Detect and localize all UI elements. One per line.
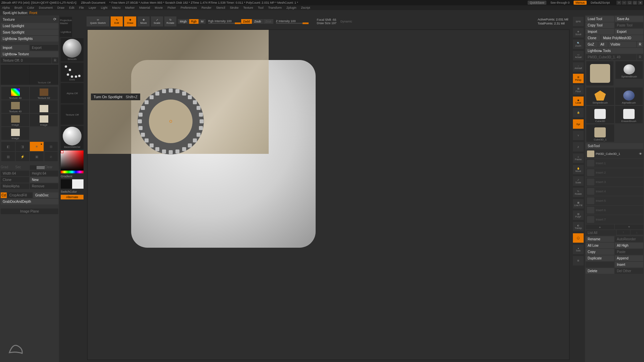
window-close-icon[interactable]: ✕: [638, 1, 643, 5]
xpose-button[interactable]: ⊞: [573, 256, 584, 265]
y-button[interactable]: Y: [573, 131, 584, 140]
viewport[interactable]: Turn On SpotlightShift+Z: [87, 29, 570, 360]
movedown-button[interactable]: ↓: [631, 230, 644, 235]
tool-item[interactable]: Cube3D: [586, 106, 614, 123]
texture-thumb[interactable]: Texture 40: [1, 100, 29, 113]
menu-preferences[interactable]: Preferences: [180, 6, 197, 9]
mrgb-button[interactable]: Mrgb: [178, 19, 189, 24]
alternate-button[interactable]: Alternate: [61, 195, 84, 199]
menu-edit[interactable]: Edit: [69, 6, 74, 9]
saveas-button[interactable]: Save As: [615, 16, 643, 22]
subtool-slot[interactable]: Insert 1: [586, 159, 643, 168]
autoreorder-button[interactable]: AutoReorder: [615, 236, 643, 242]
listall-button[interactable]: List All: [586, 230, 616, 236]
new-button[interactable]: New: [30, 177, 58, 183]
texture-preview[interactable]: Texture Off: [1, 65, 58, 85]
menu-texture[interactable]: Texture: [243, 6, 253, 9]
lock-button[interactable]: 🔒: [573, 108, 584, 117]
polyf-button[interactable]: ▧PolyF: [573, 210, 584, 220]
cd-button[interactable]: Cd: [1, 192, 7, 198]
move-button[interactable]: ✥Move: [138, 16, 150, 26]
export-tool-button[interactable]: Export: [615, 29, 643, 35]
tool-name-field[interactable]: PM3D_Cube3D_1. 49: [586, 54, 636, 60]
copytool-button[interactable]: Copy Tool: [586, 22, 614, 28]
subtool-slot[interactable]: Insert 3: [586, 178, 643, 186]
menu-render[interactable]: Render: [202, 6, 212, 9]
zcut-button[interactable]: Zcut: [263, 19, 273, 24]
draw-button[interactable]: ✚Draw: [124, 16, 136, 26]
quicksave-button[interactable]: QuickSave: [528, 1, 546, 5]
subtool-header[interactable]: SubTool: [586, 143, 643, 149]
frame-button[interactable]: ◊Frame: [573, 154, 584, 163]
alpha-preview[interactable]: Alpha Off: [61, 83, 84, 103]
default-zscript[interactable]: DefaultZScript: [591, 1, 610, 4]
menu-stroke[interactable]: Stroke: [230, 6, 238, 9]
tool-item[interactable]: EraserBrush: [615, 106, 643, 123]
menu-zscript[interactable]: Zscript: [301, 6, 310, 9]
export-button[interactable]: Export: [30, 45, 58, 51]
window-min-icon[interactable]: ─: [622, 1, 627, 5]
height-field[interactable]: Height 64: [30, 171, 58, 176]
transp-button[interactable]: ◐Transp: [573, 222, 584, 231]
projection-master-button[interactable]: Projection Master: [60, 17, 72, 27]
spotlight-on-button[interactable]: ☀: [30, 142, 44, 151]
menu-document[interactable]: Document: [39, 6, 53, 9]
spotlight-icon-4[interactable]: ⊞: [44, 142, 58, 151]
subtool-slot[interactable]: Insert 7: [586, 215, 643, 224]
menu-layer[interactable]: Layer: [89, 6, 96, 9]
eye-icon[interactable]: 👁: [639, 152, 642, 156]
spotlight-icon-5[interactable]: ▦: [1, 152, 15, 161]
goz-visible-button[interactable]: Visible: [608, 42, 636, 47]
linefill-button[interactable]: ▦Line Fill: [573, 199, 584, 208]
grabdoc-button[interactable]: GrabDoc: [33, 192, 58, 198]
lightbox-spotlights-button[interactable]: Lightbox▸ Spotlights: [1, 36, 58, 42]
current-tool-thumb[interactable]: [586, 61, 613, 85]
window-help-icon[interactable]: ?: [616, 1, 621, 5]
make-polymesh-button[interactable]: Make PolyMesh3D: [601, 35, 643, 41]
spotlight-icon-8[interactable]: ⎚: [44, 152, 58, 161]
moveup-button[interactable]: ↑: [617, 230, 630, 235]
lightbox-button[interactable]: LightBox: [60, 27, 72, 37]
rename-button[interactable]: Rename: [586, 236, 614, 242]
material-preview[interactable]: BasicMaterial: [61, 126, 84, 149]
texture-r-button[interactable]: R: [52, 58, 58, 63]
menu-macro[interactable]: Macro: [112, 6, 120, 9]
menu-light[interactable]: Light: [101, 6, 108, 9]
bw-swatches[interactable]: [61, 179, 84, 189]
tool-item[interactable]: SphereBrush: [615, 61, 643, 79]
lightbox-tools-button[interactable]: Lightbox▸ Tools: [586, 48, 643, 54]
tool-item[interactable]: AlphaBrush: [615, 87, 643, 105]
scale-button[interactable]: ⤢Scale: [151, 16, 163, 26]
rotate-button[interactable]: ↻Rotate: [164, 16, 176, 26]
stroke-preview[interactable]: Dots: [61, 63, 84, 82]
texture-slot[interactable]: Texture Off: [61, 105, 84, 125]
grabdocdepth-button[interactable]: GrabDocAndDepth: [1, 199, 58, 204]
menu-draw[interactable]: Draw: [57, 6, 64, 9]
allhigh-button[interactable]: All High: [615, 243, 643, 248]
spotlight-icon-7[interactable]: ▣: [30, 152, 44, 161]
cropandfill-button[interactable]: CropAndFill: [7, 192, 33, 198]
import-button[interactable]: Import: [1, 45, 29, 51]
goz-all-button[interactable]: All: [598, 42, 608, 47]
menus-toggle[interactable]: Menus: [574, 1, 587, 5]
menu-color[interactable]: Color: [27, 6, 35, 9]
menu-picker[interactable]: Picker: [167, 6, 176, 9]
tool-item[interactable]: SimpleBrush: [586, 87, 614, 105]
reload-icon[interactable]: ⟳: [53, 17, 56, 21]
menu-brush[interactable]: Brush: [14, 6, 22, 9]
subtool-slot[interactable]: Insert 5: [586, 196, 643, 205]
menu-alpha[interactable]: Alpha: [2, 6, 10, 9]
focal-shift-slider[interactable]: Focal Shift -55: [316, 18, 338, 21]
subtool-slot[interactable]: Insert 6: [586, 206, 643, 215]
m-button[interactable]: M: [199, 19, 206, 24]
zsub-button[interactable]: Zsub: [252, 19, 263, 24]
duplicate-button[interactable]: Duplicate: [586, 255, 614, 261]
subtool-down-button[interactable]: ▼: [615, 225, 643, 229]
menu-stencil[interactable]: Stencil: [216, 6, 225, 9]
actual-button[interactable]: ▭Actual: [573, 51, 584, 60]
window-max2-icon[interactable]: ▢: [633, 1, 637, 5]
spotlight-dial[interactable]: [135, 85, 207, 158]
insert-button[interactable]: Insert: [615, 262, 643, 267]
spotlight-icon-6[interactable]: ⚡: [16, 152, 30, 161]
spotlight-icon-1[interactable]: ◧: [1, 142, 15, 151]
